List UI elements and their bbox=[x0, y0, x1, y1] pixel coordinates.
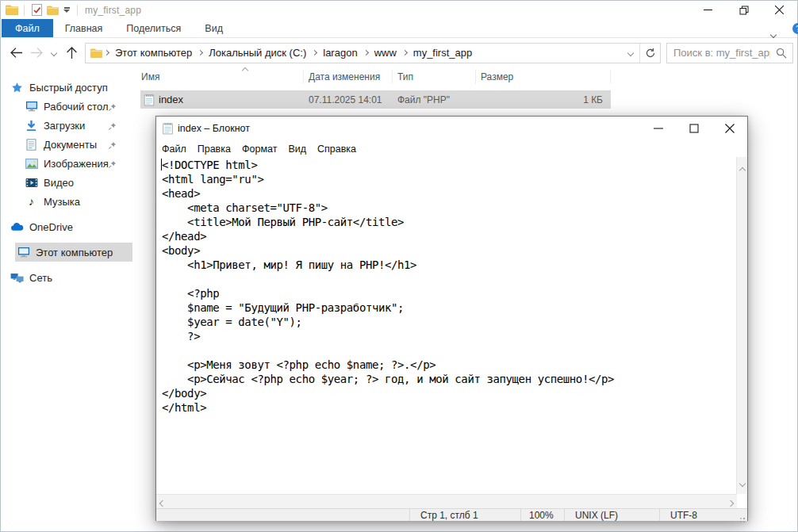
resize-grip[interactable] bbox=[743, 518, 745, 519]
code-line: </html> bbox=[162, 400, 737, 415]
help-icon[interactable]: ? bbox=[792, 23, 798, 34]
scroll-up-icon[interactable] bbox=[740, 162, 745, 176]
notepad-text-area[interactable]: <!DOCTYPE html> <html lang="ru"> <head> … bbox=[156, 157, 737, 494]
sidebar-item-network[interactable]: Сеть bbox=[1, 268, 132, 287]
column-header-name[interactable]: Имя bbox=[140, 70, 304, 84]
sidebar-item-onedrive[interactable]: OneDrive bbox=[1, 217, 132, 236]
ribbon-tab-home[interactable]: Главная bbox=[53, 19, 115, 37]
search-input[interactable] bbox=[667, 44, 770, 63]
code-line: <meta charset="UTF-8"> bbox=[162, 201, 737, 215]
menu-edit[interactable]: Правка bbox=[192, 144, 236, 155]
vertical-scrollbar[interactable] bbox=[736, 157, 747, 494]
notepad-file-icon bbox=[144, 94, 155, 106]
app-folder-icon bbox=[4, 2, 20, 18]
column-headers: Имя Дата изменения Тип Размер bbox=[140, 67, 611, 87]
forward-button[interactable] bbox=[26, 43, 47, 63]
notepad-menubar: Файл Правка Формат Вид Справка bbox=[156, 140, 747, 157]
separator bbox=[77, 5, 78, 16]
qat-customize-dropdown[interactable] bbox=[60, 2, 73, 18]
code-line bbox=[162, 343, 737, 358]
minimize-button[interactable] bbox=[690, 1, 726, 19]
ribbon-tab-file[interactable]: Файл bbox=[2, 19, 53, 37]
explorer-window-title: my_first_app bbox=[85, 5, 141, 16]
sidebar-item-documents[interactable]: Документы bbox=[1, 135, 132, 154]
explorer-window-controls bbox=[690, 1, 797, 19]
scroll-down-icon[interactable] bbox=[740, 475, 745, 489]
breadcrumb-www[interactable]: www bbox=[370, 47, 401, 59]
document-icon bbox=[25, 138, 38, 151]
file-name: index bbox=[159, 94, 183, 105]
menu-file[interactable]: Файл bbox=[156, 144, 192, 155]
code-line bbox=[162, 272, 737, 286]
cloud-icon bbox=[10, 220, 24, 233]
column-header-type[interactable]: Тип bbox=[393, 70, 476, 84]
code-line: <?php bbox=[162, 286, 737, 300]
code-line: <p>Меня зовут <?php echo $name; ?>.</p> bbox=[162, 358, 737, 372]
code-line: <body> bbox=[162, 243, 737, 258]
sidebar-item-pictures[interactable]: Изображения bbox=[1, 154, 132, 173]
pin-icon bbox=[106, 120, 119, 132]
scroll-left-icon[interactable] bbox=[160, 495, 165, 509]
back-button[interactable] bbox=[6, 43, 26, 63]
qat-new-folder-button[interactable] bbox=[44, 2, 60, 18]
search-box bbox=[666, 43, 793, 63]
pin-icon bbox=[106, 158, 119, 170]
restore-button[interactable] bbox=[726, 1, 762, 19]
minimize-button[interactable] bbox=[640, 117, 676, 140]
menu-format[interactable]: Формат bbox=[236, 144, 282, 155]
file-row-index[interactable]: index 07.11.2025 14:01 Файл "PHP" 1 КБ bbox=[140, 90, 611, 109]
code-line: <h1>Привет, мир! Я пишу на PHP!</h1> bbox=[162, 258, 737, 272]
maximize-button[interactable] bbox=[676, 117, 712, 140]
breadcrumb-separator-icon bbox=[198, 50, 203, 55]
sidebar-item-downloads[interactable]: Загрузки bbox=[1, 116, 132, 135]
file-type: Файл "PHP" bbox=[393, 94, 476, 105]
close-button[interactable] bbox=[762, 1, 797, 19]
notepad-window-controls bbox=[640, 117, 747, 140]
file-name-cell: index bbox=[140, 94, 304, 106]
code-line: <!DOCTYPE html> bbox=[162, 158, 737, 172]
breadcrumb-separator-icon bbox=[363, 50, 369, 55]
menu-view[interactable]: Вид bbox=[282, 144, 312, 155]
file-size: 1 КБ bbox=[476, 94, 611, 105]
address-bar[interactable]: Этот компьютер Локальный диск (C:) larag… bbox=[85, 43, 661, 63]
breadcrumb-separator-icon bbox=[402, 50, 408, 55]
ribbon-tab-share[interactable]: Поделиться bbox=[114, 19, 193, 37]
ribbon-tab-view[interactable]: Вид bbox=[193, 19, 235, 37]
sidebar-item-quick-access[interactable]: Быстрый доступ bbox=[1, 78, 132, 97]
separator bbox=[24, 5, 25, 16]
horizontal-scrollbar[interactable] bbox=[156, 494, 737, 508]
code-line: $name = "Будущий PHP-разработчик"; bbox=[162, 300, 737, 315]
video-icon bbox=[25, 176, 38, 189]
text-caret bbox=[161, 159, 162, 170]
up-button[interactable] bbox=[61, 43, 82, 63]
star-icon bbox=[10, 81, 24, 94]
close-button[interactable] bbox=[712, 117, 747, 140]
refresh-button[interactable] bbox=[639, 44, 660, 63]
code-line: ?> bbox=[162, 329, 737, 343]
breadcrumb-folder-icon bbox=[90, 48, 102, 58]
breadcrumb-local-disk-c[interactable]: Локальный диск (C:) bbox=[205, 47, 310, 59]
code-line: <html lang="ru"> bbox=[162, 172, 737, 186]
status-line-ending: UNIX (LF) bbox=[564, 509, 659, 521]
navigation-pane: Быстрый доступ Рабочий стол Загрузки bbox=[1, 67, 132, 531]
sidebar-item-desktop[interactable]: Рабочий стол bbox=[1, 97, 132, 116]
notepad-titlebar: index – Блокнот bbox=[156, 117, 747, 140]
code-line: </body> bbox=[162, 386, 737, 400]
desktop-icon bbox=[25, 100, 38, 113]
address-dropdown-chevron[interactable] bbox=[622, 51, 639, 55]
status-spacer bbox=[156, 509, 409, 521]
menu-help[interactable]: Справка bbox=[312, 144, 362, 155]
breadcrumb-my-first-app[interactable]: my_first_app bbox=[409, 47, 476, 59]
scroll-right-icon[interactable] bbox=[728, 495, 733, 509]
sidebar-item-this-pc[interactable]: Этот компьютер bbox=[15, 243, 132, 262]
sidebar-item-videos[interactable]: Видео bbox=[1, 173, 132, 192]
breadcrumb-laragon[interactable]: laragon bbox=[319, 47, 361, 59]
recent-locations-chevron[interactable] bbox=[47, 43, 61, 63]
qat-properties-button[interactable] bbox=[29, 2, 44, 18]
column-header-modified[interactable]: Дата изменения bbox=[304, 70, 393, 84]
notepad-window: index – Блокнот Файл Правка Формат Вид С… bbox=[155, 116, 748, 521]
column-header-size[interactable]: Размер bbox=[476, 70, 611, 84]
search-icon bbox=[776, 48, 787, 59]
breadcrumb-this-pc[interactable]: Этот компьютер bbox=[111, 47, 196, 59]
sidebar-item-music[interactable]: ♪ Музыка bbox=[1, 192, 132, 211]
